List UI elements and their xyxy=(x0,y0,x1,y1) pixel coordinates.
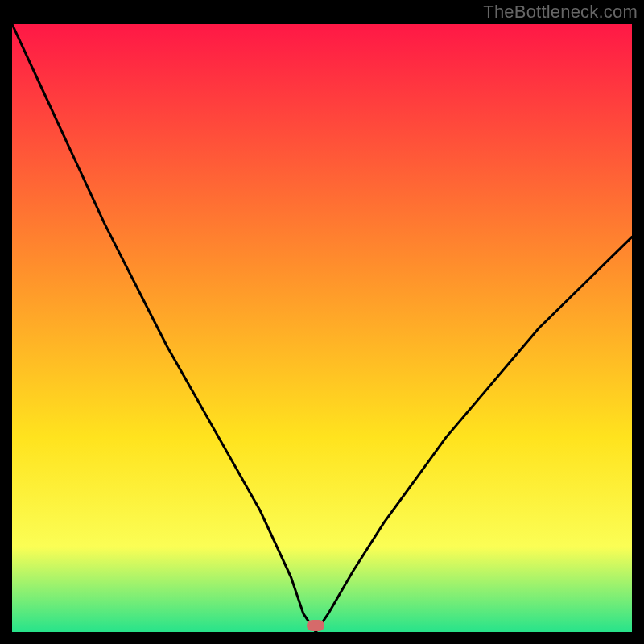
plot-area xyxy=(12,24,632,632)
svg-rect-0 xyxy=(12,24,632,632)
optimum-marker xyxy=(307,620,324,631)
chart-frame: TheBottleneck.com xyxy=(0,0,644,644)
attribution-label: TheBottleneck.com xyxy=(483,2,638,23)
plot-inner xyxy=(12,24,632,632)
heat-gradient xyxy=(12,24,632,632)
